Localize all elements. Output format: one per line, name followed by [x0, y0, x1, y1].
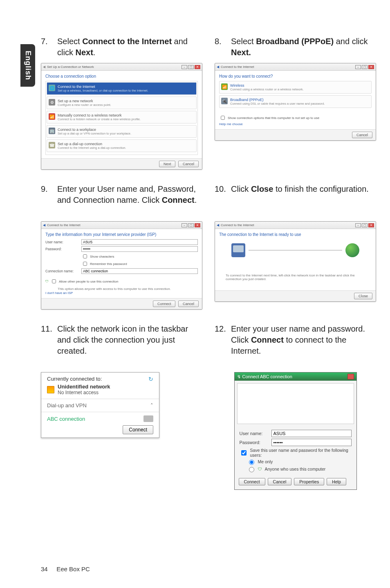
cancel-button[interactable]: Cancel	[178, 161, 199, 167]
option-workplace[interactable]: 🏢 Connect to a workplaceSet up a dial-up…	[47, 125, 197, 138]
dialog-title: Connect to the Internet	[221, 65, 254, 69]
password-label: Password:	[45, 247, 78, 251]
signal-icon	[47, 386, 54, 393]
step-8-text: 8. Select Broadband (PPPoE) and click Ne…	[215, 36, 376, 58]
dialog-connect-internet: ◀ Connect to the Internet – ▢ ✕ How do y…	[215, 63, 376, 141]
refresh-icon[interactable]: ↻	[148, 376, 153, 382]
step-8-num: 8.	[215, 36, 231, 58]
page-number: 34	[41, 566, 55, 572]
dialog-title: Set Up a Connection or Network	[47, 65, 94, 69]
help-button[interactable]: Help	[327, 478, 346, 485]
shield-icon: 🛡	[45, 280, 49, 283]
dialog-connection-ready: ◀ Connect to the Internet – ▢ ✕ The conn…	[215, 221, 376, 302]
back-icon[interactable]: ◀	[217, 65, 219, 69]
maximize-icon[interactable]: ▢	[188, 65, 194, 69]
password-input[interactable]	[81, 246, 198, 252]
close-button[interactable]: Close	[354, 293, 372, 299]
option-broadband-pppoe[interactable]: 🔌 Broadband (PPPoE)Connect using DSL or …	[219, 95, 372, 108]
cancel-button[interactable]: Cancel	[352, 132, 372, 138]
username-input[interactable]	[271, 430, 352, 437]
network-flyout: Currently connected to: Unidentified net…	[41, 372, 159, 438]
step-9-num: 9.	[41, 184, 57, 206]
step-11-num: 11.	[41, 323, 57, 357]
network-name: Unidentified network	[58, 384, 110, 390]
dialog-setup-connection: ◀ Set Up a Connection or Network – ▢ ✕ C…	[41, 63, 202, 170]
no-isp-link[interactable]: I don't have an ISP	[45, 291, 73, 295]
footer-title: Eee Box PC	[56, 566, 90, 572]
dialog-heading: Type the information from your Internet …	[45, 232, 198, 237]
page-footer: 34 Eee Box PC	[41, 566, 90, 572]
step-7-num: 7.	[41, 36, 57, 58]
minimize-icon[interactable]: –	[355, 223, 361, 227]
cancel-button[interactable]: Cancel	[268, 478, 292, 485]
remember-checkbox[interactable]	[83, 262, 87, 266]
close-icon[interactable]	[347, 374, 354, 379]
anyone-radio[interactable]	[249, 467, 254, 472]
router-icon: ⚙	[49, 99, 55, 105]
me-only-radio[interactable]	[249, 460, 254, 465]
step-9-text: 9. Enter your User name and, Password, a…	[41, 184, 202, 206]
close-icon[interactable]: ✕	[195, 65, 200, 69]
network-sub: No Internet access	[58, 390, 110, 395]
maximize-icon[interactable]: ▢	[188, 223, 194, 227]
connect-button[interactable]: Connect	[239, 478, 265, 485]
back-icon[interactable]: ◀	[217, 223, 219, 227]
app-icon: ↯	[237, 374, 241, 379]
computer-icon	[231, 243, 245, 257]
minimize-icon[interactable]: –	[182, 65, 187, 69]
minimize-icon[interactable]: –	[182, 223, 187, 227]
close-icon[interactable]: ✕	[368, 65, 374, 69]
maximize-icon[interactable]: ▢	[362, 223, 368, 227]
dialog-title: Connect to the Internet	[221, 223, 254, 227]
phone-icon: ☎	[49, 142, 55, 148]
allow-others-sub: This option allows anyone with access to…	[58, 287, 198, 291]
connection-name: ABC connection	[47, 416, 85, 422]
step-10-text: 10. Click Close to finish the configurat…	[215, 184, 376, 195]
show-chars-checkbox[interactable]	[83, 254, 87, 258]
broadband-icon: 🔌	[221, 98, 228, 104]
username-label: User name:	[240, 431, 268, 436]
option-wireless[interactable]: 📶 WirelessConnect using a wireless route…	[219, 81, 372, 94]
connection-image	[237, 383, 354, 424]
dialog-heading: The connection to the Internet is ready …	[219, 232, 372, 237]
dialog-connect-abc: ↯Connect ABC connection User name: Passw…	[234, 372, 357, 490]
step-7-text: 7. Select Connect to the Internet and cl…	[41, 36, 202, 58]
connection-name-input[interactable]	[81, 268, 198, 274]
show-options-checkbox[interactable]	[221, 116, 225, 120]
connection-item[interactable]: ABC connection	[47, 415, 153, 422]
option-new-network[interactable]: ⚙ Set up a new networkConfigure a new ro…	[47, 97, 197, 109]
step-12-num: 12.	[215, 323, 231, 357]
option-wireless[interactable]: 📶 Manually connect to a wireless network…	[47, 111, 197, 123]
back-icon[interactable]: ◀	[43, 65, 45, 69]
save-credentials-checkbox[interactable]	[241, 450, 247, 456]
password-input[interactable]	[271, 439, 352, 446]
maximize-icon[interactable]: ▢	[362, 65, 368, 69]
step-11-text: 11. Click the network icon in the taskba…	[41, 323, 202, 357]
option-dialup[interactable]: ☎ Set up a dial-up connectionConnect to …	[47, 139, 197, 152]
connect-button[interactable]: Connect	[123, 425, 153, 434]
close-icon[interactable]: ✕	[368, 223, 374, 227]
dialog-title: Connect to the Internet	[47, 223, 80, 227]
username-input[interactable]	[81, 239, 198, 245]
allow-others-checkbox[interactable]	[52, 279, 56, 283]
wifi-icon: 📶	[49, 113, 55, 120]
page-content: 7. Select Connect to the Internet and cl…	[41, 36, 376, 500]
dialog-heading: Choose a connection option	[45, 74, 198, 79]
connection-line	[249, 250, 342, 251]
properties-button[interactable]: Properties	[294, 478, 324, 485]
username-label: User name:	[45, 240, 78, 244]
wifi-icon: 📶	[221, 83, 228, 90]
language-tab: English	[20, 44, 35, 87]
back-icon[interactable]: ◀	[43, 223, 45, 227]
users-icon: 🛡	[258, 467, 262, 471]
help-choose-link[interactable]: Help me choose	[219, 122, 243, 126]
option-connect-internet[interactable]: 🌐 Connect to the InternetSet up a wirele…	[47, 82, 197, 95]
connect-button[interactable]: Connect	[153, 301, 176, 307]
caret-up-icon[interactable]: ˄	[150, 402, 153, 408]
cancel-button[interactable]: Cancel	[178, 301, 199, 307]
ready-note: To connect to the Internet next time, le…	[226, 274, 365, 281]
next-button[interactable]: Next	[159, 161, 176, 167]
step-12-text: 12. Enter your user name and password. C…	[215, 323, 376, 357]
close-icon[interactable]: ✕	[195, 223, 200, 227]
minimize-icon[interactable]: –	[355, 65, 361, 69]
